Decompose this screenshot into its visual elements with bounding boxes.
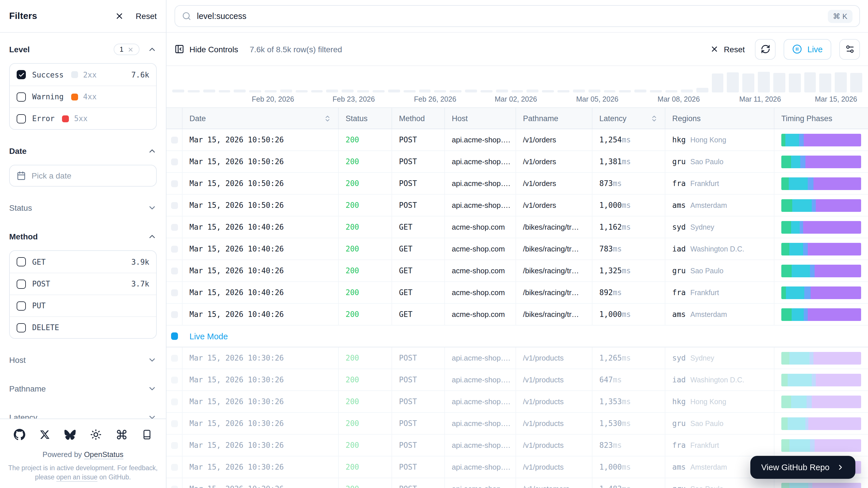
table-row[interactable]: Mar 15, 2026 10:50:26 200 POST api.acme-… <box>166 151 868 173</box>
live-mode-row[interactable]: Live Mode <box>166 326 868 347</box>
github-icon[interactable] <box>14 429 25 440</box>
table-row[interactable]: Mar 15, 2026 10:40:26 200 GET acme-shop.… <box>166 304 868 326</box>
timeline-bar[interactable] <box>188 90 200 92</box>
timeline-bar[interactable] <box>681 90 693 92</box>
table-row[interactable]: Mar 15, 2026 10:50:26 200 POST api.acme-… <box>166 173 868 194</box>
table-row[interactable]: Mar 15, 2026 10:40:26 200 GET acme-shop.… <box>166 260 868 282</box>
filter-option[interactable]: GET 3.9k <box>10 251 156 273</box>
timeline-bar[interactable] <box>619 90 631 92</box>
sidebar-section-collapsed[interactable]: Pathname <box>9 381 157 396</box>
close-icon[interactable] <box>115 11 124 21</box>
timeline-bar[interactable] <box>480 90 493 92</box>
table-row[interactable]: Mar 15, 2026 10:30:26 200 POST api.acme-… <box>166 435 868 456</box>
sort-icon[interactable] <box>650 115 658 122</box>
section-level-header[interactable]: Level 1 <box>9 42 157 57</box>
x-icon[interactable] <box>40 429 50 439</box>
timeline-bar[interactable] <box>758 72 770 92</box>
refresh-button[interactable] <box>755 39 776 59</box>
timeline-bars[interactable] <box>172 71 862 92</box>
view-github-repo-button[interactable]: View GitHub Repo <box>750 456 856 479</box>
filter-option[interactable]: PUT <box>10 295 156 316</box>
timeline-bar[interactable] <box>573 90 585 92</box>
checkbox[interactable] <box>17 301 26 310</box>
row-checkbox[interactable] <box>171 464 178 470</box>
row-checkbox[interactable] <box>171 136 178 143</box>
timeline-bar[interactable] <box>789 73 801 92</box>
timeline-bar[interactable] <box>665 90 677 92</box>
timeline-bar[interactable] <box>419 90 431 92</box>
filter-option[interactable]: DELETE <box>10 316 156 338</box>
column-header[interactable]: Date <box>183 108 339 129</box>
timeline-bar[interactable] <box>249 90 261 92</box>
timeline-chart[interactable]: Feb 20, 2026Feb 23, 2026Feb 26, 2026Mar … <box>166 66 868 108</box>
table-row[interactable]: Mar 15, 2026 10:40:26 200 GET acme-shop.… <box>166 282 868 304</box>
column-header[interactable]: Status <box>339 108 392 129</box>
section-date-header[interactable]: Date <box>9 144 157 158</box>
row-checkbox[interactable] <box>171 398 178 405</box>
row-checkbox[interactable] <box>171 485 178 488</box>
row-checkbox[interactable] <box>171 180 178 187</box>
timeline-bar[interactable] <box>557 90 569 92</box>
select-all-header[interactable] <box>166 108 183 129</box>
row-checkbox[interactable] <box>171 202 178 209</box>
table-row[interactable]: Mar 15, 2026 10:50:26 200 POST api.acme-… <box>166 194 868 216</box>
openstatus-link[interactable]: OpenStatus <box>84 450 123 458</box>
table-row[interactable]: Mar 15, 2026 10:30:26 200 POST api.acme-… <box>166 391 868 413</box>
table-row[interactable]: Mar 15, 2026 10:20:26 200 POST api.acme-… <box>166 478 868 488</box>
timeline-bar[interactable] <box>265 90 277 92</box>
timeline-bar[interactable] <box>465 90 477 92</box>
timeline-bar[interactable] <box>388 90 400 92</box>
timeline-bar[interactable] <box>342 90 354 92</box>
timeline-bar[interactable] <box>742 74 754 92</box>
sidebar-section-collapsed[interactable]: Latency <box>9 410 157 418</box>
checkbox[interactable] <box>17 323 26 332</box>
clear-icon[interactable] <box>127 46 134 53</box>
timeline-bar[interactable] <box>403 90 415 92</box>
row-checkbox[interactable] <box>171 376 178 383</box>
checkbox[interactable] <box>17 92 26 101</box>
timeline-bar[interactable] <box>527 90 539 92</box>
sort-icon[interactable] <box>324 115 331 122</box>
table-row[interactable]: Mar 15, 2026 10:40:26 200 GET acme-shop.… <box>166 216 868 238</box>
filter-option[interactable]: Warning 4xx <box>10 86 156 108</box>
open-issue-link[interactable]: open an issue <box>56 474 97 481</box>
live-button[interactable]: Live <box>784 39 831 59</box>
timeline-bar[interactable] <box>650 90 662 92</box>
timeline-bar[interactable] <box>496 90 508 92</box>
timeline-bar[interactable] <box>234 90 246 92</box>
row-checkbox[interactable] <box>171 289 178 296</box>
timeline-bar[interactable] <box>296 90 308 92</box>
timeline-bar[interactable] <box>542 90 554 92</box>
timeline-bar[interactable] <box>327 90 338 92</box>
table-row[interactable]: Mar 15, 2026 10:30:26 200 POST api.acme-… <box>166 369 868 391</box>
hide-controls-button[interactable]: Hide Controls <box>175 44 238 54</box>
sidebar-section-collapsed[interactable]: Status <box>9 201 157 215</box>
timeline-bar[interactable] <box>172 90 184 92</box>
row-checkbox[interactable] <box>171 355 178 361</box>
timeline-bar[interactable] <box>773 73 785 92</box>
column-header[interactable]: Pathname <box>516 108 592 129</box>
sidebar-section-collapsed[interactable]: Host <box>9 353 157 367</box>
timeline-bar[interactable] <box>850 73 862 92</box>
table-row[interactable]: Mar 15, 2026 10:50:26 200 POST api.acme-… <box>166 129 868 151</box>
timeline-bar[interactable] <box>804 72 816 92</box>
reset-filters-button[interactable]: Reset <box>706 44 749 54</box>
timeline-bar[interactable] <box>603 90 616 92</box>
timeline-bar[interactable] <box>634 90 647 92</box>
chevron-up-icon[interactable] <box>148 232 157 241</box>
timeline-bar[interactable] <box>819 73 832 92</box>
column-header[interactable]: Method <box>392 108 445 129</box>
row-checkbox[interactable] <box>171 420 178 427</box>
section-method-header[interactable]: Method <box>9 229 157 244</box>
row-checkbox[interactable] <box>171 224 178 231</box>
search-input[interactable] <box>197 11 822 21</box>
row-checkbox[interactable] <box>171 311 178 318</box>
sun-icon[interactable] <box>90 429 102 440</box>
timeline-bar[interactable] <box>696 88 708 92</box>
table-row[interactable]: Mar 15, 2026 10:30:26 200 POST api.acme-… <box>166 413 868 435</box>
table-row[interactable]: Mar 15, 2026 10:40:26 200 GET acme-shop.… <box>166 238 868 260</box>
timeline-bar[interactable] <box>712 73 724 92</box>
filter-option[interactable]: Success 2xx 7.6k <box>10 64 156 86</box>
book-icon[interactable] <box>142 429 152 440</box>
view-settings-button[interactable] <box>839 39 860 59</box>
